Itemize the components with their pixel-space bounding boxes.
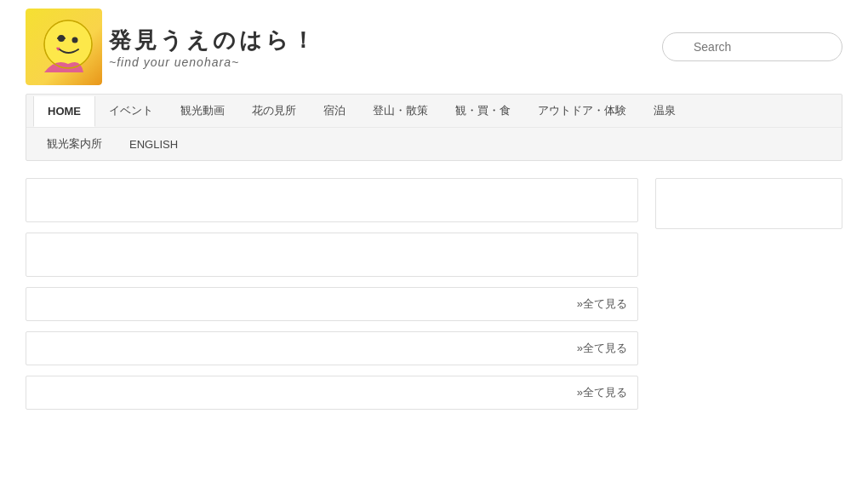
nav-item-outdoor[interactable]: アウトドア・体験	[524, 95, 640, 127]
right-block-1	[655, 178, 842, 229]
logo-title: 発見うえのはら！	[109, 26, 317, 55]
content-block-1	[26, 178, 638, 222]
search-input[interactable]	[662, 32, 842, 61]
svg-text:♥: ♥	[56, 45, 60, 53]
main-right-column	[655, 178, 842, 410]
navigation: HOME イベント 観光動画 花の見所 宿泊 登山・散策 観・買・食 アウトドア…	[26, 94, 842, 161]
nav-item-hiking[interactable]: 登山・散策	[359, 95, 442, 127]
main-content: »全て見る »全て見る »全て見る	[26, 178, 842, 410]
see-all-text-1[interactable]: »全て見る	[577, 296, 627, 312]
see-all-block-2[interactable]: »全て見る	[26, 331, 638, 365]
nav-item-info[interactable]: 観光案内所	[33, 128, 116, 160]
svg-point-3	[72, 37, 78, 43]
nav-item-events[interactable]: イベント	[95, 95, 167, 127]
nav-item-onsen[interactable]: 温泉	[640, 95, 689, 127]
nav-item-lodging[interactable]: 宿泊	[310, 95, 359, 127]
nav-bottom-row: 観光案内所 ENGLISH	[26, 127, 842, 160]
logo-text: 発見うえのはら！ ~find your uenohara~	[109, 26, 317, 69]
logo-subtitle: ~find your uenohara~	[109, 55, 317, 69]
logo-area: ♥ 発見うえのはら！ ~find your uenohara~	[26, 9, 317, 85]
nav-item-video[interactable]: 観光動画	[167, 95, 238, 127]
see-all-block-1[interactable]: »全て見る	[26, 287, 638, 321]
header: ♥ 発見うえのはら！ ~find your uenohara~ 🔍	[0, 0, 868, 94]
main-left-column: »全て見る »全て見る »全て見る	[26, 178, 638, 410]
see-all-text-3[interactable]: »全て見る	[577, 385, 627, 400]
nav-top-row: HOME イベント 観光動画 花の見所 宿泊 登山・散策 観・買・食 アウトドア…	[26, 95, 842, 127]
mascot-logo: ♥	[26, 9, 102, 85]
nav-item-english[interactable]: ENGLISH	[116, 129, 191, 159]
search-wrapper: 🔍	[662, 32, 842, 61]
nav-item-food[interactable]: 観・買・食	[442, 95, 524, 127]
nav-item-home[interactable]: HOME	[33, 96, 95, 127]
see-all-text-2[interactable]: »全て見る	[577, 341, 627, 356]
content-block-2	[26, 233, 638, 277]
see-all-block-3[interactable]: »全て見る	[26, 376, 638, 410]
nav-item-flowers[interactable]: 花の見所	[238, 95, 310, 127]
